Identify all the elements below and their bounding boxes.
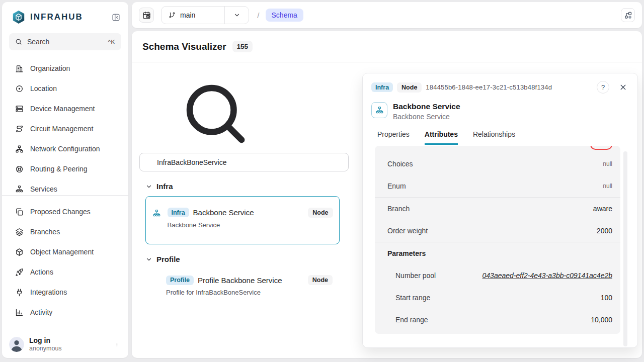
sidebar-item-label: Object Management xyxy=(30,248,94,256)
collapse-sidebar-icon[interactable] xyxy=(112,13,120,22)
sidebar-item-label: Actions xyxy=(30,268,53,276)
attribute-row-order-weight: Order weight 2000 xyxy=(375,220,620,242)
node-kind-badge: Node xyxy=(308,275,333,285)
logo-row: INFRAHUB xyxy=(2,2,128,29)
attribute-row-number-pool: Number pool 043aeaed-eff2-4e43-a3bb-c091… xyxy=(375,264,620,287)
node-kind-badge: Node xyxy=(397,82,422,93)
logo-text: INFRAHUB xyxy=(30,12,108,22)
sidebar-nav-secondary: Proposed Changes Branches Object Managem… xyxy=(2,196,128,322)
sidebar-item-label: Location xyxy=(30,84,57,93)
close-panel-button[interactable] xyxy=(619,83,627,92)
hierarchy-icon xyxy=(375,106,384,115)
calendar-clock-icon xyxy=(142,11,151,20)
user-row[interactable]: Log in anonymous xyxy=(9,336,121,353)
sidebar-item-label: Branches xyxy=(30,228,60,236)
schema-node-profile-backbone-service[interactable]: Profile Profile Backbone Service Node Pr… xyxy=(145,270,340,301)
namespace-badge: Infra xyxy=(371,82,393,92)
sidebar-item-label: Network Configuration xyxy=(30,145,100,153)
attribute-row-start-range: Start range 100 xyxy=(375,287,620,309)
time-travel-button[interactable] xyxy=(139,8,154,23)
username-label: anonymous xyxy=(29,345,108,353)
sidebar-item-services[interactable]: Services xyxy=(2,179,128,195)
search-icon xyxy=(139,75,290,151)
namespace-badge: Infra xyxy=(168,208,189,217)
kebab-menu-icon[interactable] xyxy=(113,340,121,349)
sidebar-search-label: Search xyxy=(27,38,103,46)
plug-icon xyxy=(15,288,24,297)
sidebar-item-branches[interactable]: Branches xyxy=(2,222,128,242)
sidebar: INFRAHUB Search ^K Organization Location… xyxy=(2,2,128,358)
breadcrumb-separator: / xyxy=(257,11,259,20)
infrahub-logo-icon xyxy=(11,10,26,24)
sidebar-item-actions[interactable]: Actions xyxy=(2,262,128,282)
help-button[interactable]: ? xyxy=(597,81,609,94)
attributes-table: Choices null Enum null Branch aware Orde… xyxy=(375,146,620,334)
avatar xyxy=(9,337,24,352)
sidebar-item-proposed-changes[interactable]: Proposed Changes xyxy=(2,202,128,222)
sidebar-item-circuit-management[interactable]: Circuit Management xyxy=(2,119,128,139)
sidebar-item-organization[interactable]: Organization xyxy=(2,58,128,78)
sidebar-item-label: Circuit Management xyxy=(30,125,93,133)
sidebar-item-activity[interactable]: Activity xyxy=(2,302,128,322)
location-icon xyxy=(15,84,24,93)
close-icon xyxy=(619,83,627,92)
sidebar-item-integrations[interactable]: Integrations xyxy=(2,282,128,302)
sidebar-item-routing-peering[interactable]: Routing & Peering xyxy=(2,159,128,179)
schema-search xyxy=(139,75,349,171)
network-icon xyxy=(15,145,24,153)
sidebar-item-label: Services xyxy=(30,185,57,193)
sidebar-nav-primary: Organization Location Device Management … xyxy=(2,58,128,195)
server-icon xyxy=(15,105,24,113)
tab-properties[interactable]: Properties xyxy=(377,130,410,145)
node-subtitle: Backbone Service xyxy=(168,221,333,229)
breadcrumb-schema[interactable]: Schema xyxy=(266,9,303,22)
branch-dropdown-toggle[interactable] xyxy=(224,7,249,24)
sidebar-item-label: Integrations xyxy=(30,288,67,296)
group-name: Infra xyxy=(156,182,173,191)
branch-selector[interactable]: main xyxy=(161,6,249,24)
chevron-down-icon xyxy=(145,256,152,263)
rocket-icon xyxy=(15,268,24,277)
route-icon xyxy=(15,125,24,133)
chevron-down-icon xyxy=(233,12,240,19)
panel-tabs: Properties Attributes Relationships xyxy=(371,130,627,145)
attribute-section-parameters: Parameters xyxy=(375,242,620,264)
sidebar-item-network-configuration[interactable]: Network Configuration xyxy=(2,139,128,159)
sidebar-item-label: Routing & Peering xyxy=(30,165,88,173)
schema-search-input[interactable] xyxy=(139,153,349,171)
schema-count-badge: 155 xyxy=(232,41,253,52)
branch-name: main xyxy=(180,11,195,19)
sidebar-item-device-management[interactable]: Device Management xyxy=(2,99,128,119)
clipped-red-badge xyxy=(590,146,612,150)
node-type-iconbox xyxy=(371,102,387,118)
search-icon xyxy=(15,38,22,45)
group-name: Profile xyxy=(156,255,180,263)
workflow-button[interactable] xyxy=(621,8,635,22)
page-title: Schema Visualizer xyxy=(142,41,226,52)
layers-icon xyxy=(15,228,24,236)
attribute-row-branch: Branch aware xyxy=(375,198,620,220)
sidebar-item-location[interactable]: Location xyxy=(2,78,128,99)
top-bar: main / Schema xyxy=(132,2,642,28)
workflow-icon xyxy=(624,11,632,20)
login-label[interactable]: Log in xyxy=(29,336,108,345)
tab-attributes[interactable]: Attributes xyxy=(425,130,458,145)
number-pool-link[interactable]: 043aeaed-eff2-4e43-a3bb-c09141ac4e2b xyxy=(482,272,612,280)
building-icon xyxy=(15,64,24,73)
search-shortcut: ^K xyxy=(108,38,115,46)
sidebar-item-object-management[interactable]: Object Management xyxy=(2,242,128,262)
panel-scrollbar[interactable] xyxy=(623,151,627,346)
attribute-row-choices: Choices null xyxy=(375,153,620,175)
sidebar-search[interactable]: Search ^K xyxy=(9,33,121,50)
content-header: Schema Visualizer 155 xyxy=(132,31,642,62)
chevron-down-icon xyxy=(145,183,152,190)
sidebar-item-label: Proposed Changes xyxy=(30,208,91,216)
schema-node-backbone-service[interactable]: Infra Backbone Service Node Backbone Ser… xyxy=(145,196,340,244)
node-uuid: 184455b6-1848-ee17-3c21-c513b48f134d xyxy=(426,83,552,91)
tab-relationships[interactable]: Relationships xyxy=(473,130,515,145)
git-branch-icon xyxy=(169,12,176,19)
panel-subtitle: Backbone Service xyxy=(393,113,460,121)
node-title: Profile Backbone Service xyxy=(198,276,304,285)
copy-icon xyxy=(15,208,24,216)
detail-panel: Infra Node 184455b6-1848-ee17-3c21-c513b… xyxy=(362,73,638,348)
